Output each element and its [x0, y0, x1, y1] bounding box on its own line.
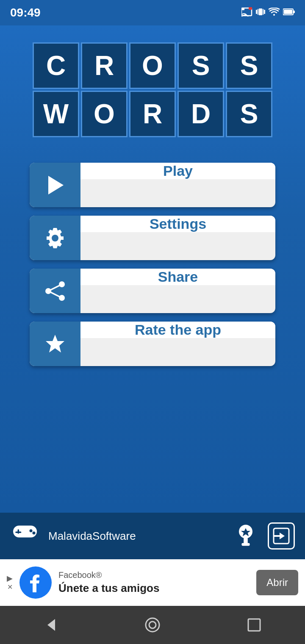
logo-cell-S1: S: [177, 42, 224, 89]
ad-open-button[interactable]: Abrir: [256, 570, 298, 595]
play-button[interactable]: Play: [30, 163, 275, 207]
wifi-icon: [269, 8, 280, 18]
publisher-actions: [232, 522, 295, 550]
gamepad-icon: [10, 521, 40, 551]
svg-rect-4: [256, 10, 257, 14]
logo-cell-S3: S: [226, 91, 272, 137]
share-icon: [44, 280, 66, 302]
svg-rect-2: [249, 7, 252, 10]
logo-cell-D: D: [177, 91, 224, 137]
svg-point-13: [52, 235, 58, 242]
logo-cell-C: C: [33, 42, 79, 89]
ad-tagline: Únete a tus amigos: [58, 582, 250, 595]
logo-row-1: C R O S S: [33, 42, 272, 89]
svg-marker-31: [47, 619, 55, 631]
play-icon: [44, 174, 66, 196]
settings-icon-container: [30, 216, 80, 260]
svg-rect-1: [241, 8, 244, 10]
rate-button[interactable]: Rate the app: [30, 322, 275, 366]
play-icon-container: [30, 163, 80, 207]
cast-icon: [241, 7, 252, 19]
svg-rect-22: [15, 532, 21, 533]
facebook-logo: [19, 566, 52, 599]
status-time: 09:49: [10, 6, 41, 19]
ad-brand: Facebook®: [58, 570, 250, 580]
svg-marker-12: [48, 176, 64, 194]
ad-forward-icon: ▶: [7, 575, 13, 582]
svg-point-33: [149, 622, 156, 628]
svg-rect-34: [248, 619, 260, 631]
logo-cell-W: W: [33, 91, 79, 137]
ad-close-icon[interactable]: ✕: [7, 583, 13, 591]
svg-line-17: [48, 284, 62, 291]
svg-point-24: [33, 532, 36, 535]
logo-cell-O: O: [129, 42, 176, 89]
exit-button[interactable]: [268, 522, 295, 550]
share-icon-container: [30, 269, 80, 313]
menu-buttons: Play Settings: [30, 163, 275, 366]
battery-icon: [283, 8, 295, 18]
logo-grid: C R O S S W O R D S: [33, 42, 272, 137]
svg-rect-28: [241, 543, 250, 546]
gear-icon: [44, 227, 66, 249]
logo-cell-O2: O: [81, 91, 128, 137]
svg-point-32: [146, 618, 159, 632]
svg-point-8: [273, 14, 275, 16]
rate-icon-container: [30, 322, 80, 366]
settings-label: Settings: [80, 216, 275, 232]
back-button[interactable]: [38, 612, 64, 638]
play-label: Play: [80, 163, 275, 179]
logo-cell-R2: R: [129, 91, 176, 137]
achievement-icon: [232, 522, 259, 550]
publisher-bar: MalavidaSoftware: [0, 513, 305, 559]
svg-rect-11: [293, 11, 295, 13]
svg-rect-10: [284, 10, 292, 14]
svg-rect-5: [258, 9, 258, 15]
vibrate-icon: [256, 7, 265, 19]
ad-banner: ▶ ✕ Facebook® Únete a tus amigos Abrir: [0, 559, 305, 606]
share-label: Share: [80, 269, 275, 285]
nav-bar: [0, 606, 305, 644]
svg-point-23: [30, 529, 33, 532]
main-content: C R O S S W O R D S Play: [0, 25, 305, 513]
home-button[interactable]: [140, 612, 165, 638]
settings-button[interactable]: Settings: [30, 216, 275, 260]
logo-cell-R: R: [81, 42, 128, 89]
star-icon: [44, 333, 66, 355]
svg-rect-3: [259, 8, 262, 15]
publisher-name: MalavidaSoftware: [48, 530, 232, 543]
logo-row-2: W O R D S: [33, 91, 272, 137]
recent-button[interactable]: [241, 612, 267, 638]
svg-line-18: [48, 291, 62, 298]
svg-rect-6: [263, 9, 263, 15]
logo-cell-S2: S: [226, 42, 272, 89]
status-bar: 09:49: [0, 0, 305, 25]
ad-arrow-container: ▶ ✕: [7, 575, 13, 591]
ad-text: Facebook® Únete a tus amigos: [58, 570, 250, 595]
share-button[interactable]: Share: [30, 269, 275, 313]
svg-rect-30: [274, 535, 282, 537]
svg-marker-19: [46, 335, 64, 353]
svg-rect-7: [264, 10, 265, 14]
status-icons: [241, 7, 295, 19]
rate-label: Rate the app: [80, 322, 275, 338]
